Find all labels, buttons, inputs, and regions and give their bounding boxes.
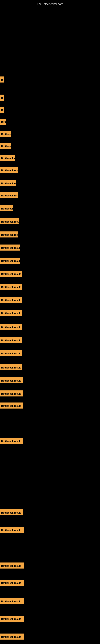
bar-item-14: Bottleneck result xyxy=(0,244,20,251)
bar-item-33: Bottleneck result xyxy=(0,616,24,622)
bar-item-12: Bottleneck result xyxy=(0,218,19,225)
bar-label-32: Bottleneck result xyxy=(0,598,24,604)
bar-item-15: Bottleneck result xyxy=(0,258,20,264)
bar-label-5: Bottleneck r xyxy=(0,131,11,137)
bar-item-30: Bottleneck result xyxy=(0,562,24,569)
bar-label-25: Bottleneck result xyxy=(0,390,23,396)
bar-item-23: Bottleneck result xyxy=(0,364,22,371)
bar-item-26: Bottleneck result xyxy=(0,402,23,409)
bar-label-4: Bottlen xyxy=(0,119,6,125)
bar-item-20: Bottleneck result xyxy=(0,324,22,331)
bar-label-13: Bottleneck res xyxy=(0,232,18,238)
bar-label-3: B xyxy=(0,107,3,113)
bar-label-27: Bottleneck result xyxy=(0,438,23,444)
bar-item-7: Bottleneck re xyxy=(0,155,15,162)
bar-label-6: Bottlenec xyxy=(0,143,11,149)
bar-item-6: Bottlenec xyxy=(0,143,11,150)
bar-label-1: B xyxy=(0,76,3,82)
bar-label-11: Bottleneck xyxy=(0,205,13,211)
bar-item-10: Bottleneck resi xyxy=(0,192,18,199)
bar-item-18: Bottleneck result xyxy=(0,297,22,304)
site-title: TheBottlenecker.com xyxy=(0,1,100,7)
bar-label-26: Bottleneck result xyxy=(0,402,23,408)
bar-label-18: Bottleneck result xyxy=(0,297,22,303)
bar-label-23: Bottleneck result xyxy=(0,364,22,370)
bar-label-12: Bottleneck result xyxy=(0,218,19,224)
bar-label-22: Bottleneck result xyxy=(0,350,22,356)
bar-label-30: Bottleneck result xyxy=(0,562,24,568)
bar-label-34: Bottleneck result xyxy=(0,634,24,640)
bar-item-34: Bottleneck result xyxy=(0,634,24,640)
bar-item-8: Bottleneck result xyxy=(0,167,18,174)
bar-item-1: B xyxy=(0,76,3,83)
bar-item-9: Bottleneck re xyxy=(0,180,16,187)
bar-label-29: Bottleneck result xyxy=(0,527,24,533)
bar-item-13: Bottleneck res xyxy=(0,232,18,238)
bar-label-14: Bottleneck result xyxy=(0,244,20,250)
bar-label-7: Bottleneck re xyxy=(0,155,15,161)
bar-item-29: Bottleneck result xyxy=(0,527,24,534)
bar-item-16: Bottleneck result xyxy=(0,271,22,278)
bar-item-11: Bottleneck xyxy=(0,205,13,212)
bar-label-8: Bottleneck result xyxy=(0,167,18,173)
bar-item-24: Bottleneck result xyxy=(0,377,23,384)
bar-item-2: B xyxy=(0,94,3,102)
bar-label-15: Bottleneck result xyxy=(0,258,20,264)
bar-label-20: Bottleneck result xyxy=(0,324,22,330)
bar-label-10: Bottleneck resi xyxy=(0,192,18,198)
bar-label-31: Bottleneck result xyxy=(0,580,24,586)
bar-item-31: Bottleneck result xyxy=(0,580,24,586)
bar-item-22: Bottleneck result xyxy=(0,350,22,357)
bar-label-17: Bottleneck result xyxy=(0,284,22,290)
bar-item-27: Bottleneck result xyxy=(0,438,23,445)
bar-label-24: Bottleneck result xyxy=(0,377,23,384)
bar-item-19: Bottleneck result xyxy=(0,310,22,317)
bar-label-21: Bottleneck result xyxy=(0,337,22,343)
bar-item-5: Bottleneck r xyxy=(0,131,11,138)
bar-item-21: Bottleneck result xyxy=(0,337,22,344)
bar-item-4: Bottlen xyxy=(0,119,6,126)
bar-label-9: Bottleneck re xyxy=(0,180,16,186)
bar-item-25: Bottleneck result xyxy=(0,390,23,397)
bar-label-28: Bottleneck result xyxy=(0,509,23,516)
bar-label-33: Bottleneck result xyxy=(0,616,24,622)
bar-label-2: B xyxy=(0,94,3,100)
bar-label-19: Bottleneck result xyxy=(0,310,22,316)
bar-item-28: Bottleneck result xyxy=(0,509,23,516)
bar-item-32: Bottleneck result xyxy=(0,598,24,605)
bar-label-16: Bottleneck result xyxy=(0,271,22,277)
bar-item-3: B xyxy=(0,107,3,114)
bar-item-17: Bottleneck result xyxy=(0,284,22,290)
